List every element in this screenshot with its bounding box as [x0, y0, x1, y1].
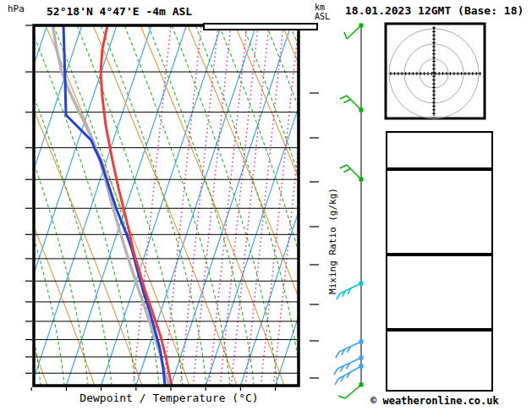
wet-adiabat-line — [172, 25, 277, 386]
wind-barb — [338, 383, 364, 399]
wet-adiabat-line — [219, 25, 325, 386]
dry-adiabat-line — [0, 25, 142, 386]
wind-barb — [340, 165, 364, 182]
hodograph-frame — [386, 24, 485, 118]
pressure-unit-label: hPa — [8, 3, 25, 14]
isotherm-line — [31, 25, 151, 386]
datetime-title: 18.01.2023 12GMT (Base: 18) — [345, 4, 524, 17]
isotherm-line — [66, 25, 186, 386]
dewpoint-curve — [63, 25, 165, 386]
wet-adiabat-line — [290, 25, 396, 386]
altitude-unit-label: km ASL — [315, 3, 330, 21]
wind-barb-column — [334, 24, 364, 399]
indices-table — [386, 131, 493, 169]
dry-adiabat-line — [519, 25, 532, 386]
mixing-ratio-line — [231, 25, 269, 386]
dry-adiabat-line — [235, 25, 379, 386]
wind-barb — [344, 24, 364, 40]
skewt-sounding-page: hPa 52°18'N 4°47'E -4m ASL 18.01.2023 12… — [0, 0, 532, 411]
wet-adiabat-line — [6, 25, 112, 386]
wet-adiabat-line — [195, 25, 301, 386]
wet-adiabat-line — [77, 25, 183, 386]
wet-adiabat-line — [266, 25, 372, 386]
station-title: 52°18'N 4°47'E -4m ASL — [47, 5, 192, 18]
isotherm-line — [0, 25, 12, 386]
dry-adiabat-line — [0, 25, 47, 386]
mixing-ratio-axis-label: Mixing Ratio (g/kg) — [327, 188, 338, 294]
most-unstable-table — [386, 255, 493, 330]
wind-barb — [340, 96, 364, 112]
hodograph-table — [386, 330, 493, 392]
wind-barb — [337, 282, 364, 300]
altitude-unit-asl: ASL — [315, 12, 330, 21]
wet-adiabat-line — [124, 25, 230, 386]
wind-barb — [336, 340, 364, 359]
isotherm-line — [0, 25, 117, 386]
x-axis-label: Dewpoint / Temperature (°C) — [34, 392, 304, 404]
wet-adiabat-line — [503, 25, 532, 386]
isotherm-line — [240, 25, 360, 386]
wet-adiabat-line — [527, 25, 532, 386]
sounding-profiles — [52, 24, 172, 386]
wind-barb — [335, 364, 364, 386]
hodograph-panel — [386, 24, 485, 118]
altitude-unit-km: km — [315, 3, 330, 12]
wet-adiabat-line — [0, 25, 64, 386]
isotherm-line — [171, 25, 291, 386]
isotherm-line — [206, 25, 326, 386]
wind-barb — [334, 356, 364, 375]
mixing-ratio-line — [220, 25, 258, 386]
legend-box — [203, 23, 318, 30]
isotherm-line — [0, 25, 82, 386]
mixing-ratio-line — [273, 25, 311, 386]
wet-adiabat-line — [0, 25, 17, 386]
mixing-ratio-line — [180, 25, 218, 386]
surface-table — [386, 169, 493, 255]
dry-adiabat-line — [188, 25, 332, 386]
isotherm-line — [0, 25, 47, 386]
copyright-footer: © weatheronline.co.uk — [370, 395, 499, 407]
wet-adiabat-line — [53, 25, 159, 386]
